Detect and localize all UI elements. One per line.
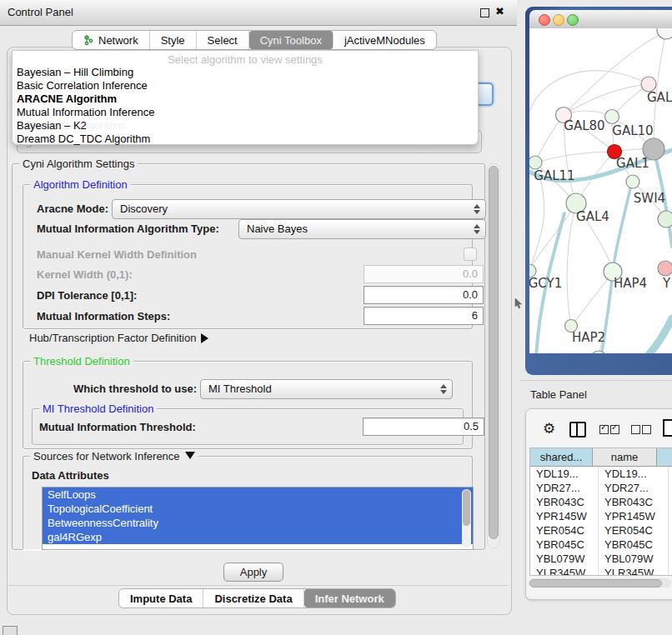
- control-panel-title: Control Panel: [8, 6, 73, 18]
- tab-network[interactable]: Network: [73, 31, 150, 49]
- node-label: GAL10: [612, 123, 653, 138]
- sources-group-title[interactable]: Sources for Network Inference: [30, 450, 198, 464]
- dock-panel-icon[interactable]: [3, 626, 18, 635]
- data-attributes-label: Data Attributes: [32, 469, 109, 482]
- ghost-group-title: Inference Algorithm: [31, 119, 124, 132]
- data-attributes-list[interactable]: SelfLoops TopologicalCoefficient Between…: [42, 487, 474, 550]
- tab-network-label: Network: [98, 34, 138, 47]
- table-panel-title: Table Panel: [530, 388, 587, 401]
- table-row[interactable]: YBR045CYBR045C9.: [530, 538, 672, 552]
- node-y-partial[interactable]: [658, 261, 672, 276]
- gear-icon[interactable]: ⚙: [543, 420, 555, 438]
- mac-close-button[interactable]: [539, 14, 550, 26]
- table-row[interactable]: YDL19...YDL19...13: [530, 467, 672, 481]
- threshold-definition-title: Threshold Definition: [30, 355, 133, 368]
- algorithm-definition-title: Algorithm Definition: [30, 178, 131, 191]
- node-label: GAL4: [576, 209, 609, 224]
- table-row[interactable]: YPR145WYPR145W9.: [530, 509, 672, 523]
- mi-threshold-field[interactable]: 0.5: [363, 418, 484, 436]
- mi-type-combo[interactable]: Naive Bayes: [238, 219, 486, 239]
- dpi-tolerance-field[interactable]: 0.0: [364, 286, 484, 304]
- table-row[interactable]: YBR043CYBR043C: [530, 495, 672, 509]
- list-scrollbar[interactable]: [462, 489, 471, 548]
- mi-threshold-label: Mutual Information Threshold:: [39, 421, 196, 433]
- unselect-all-columns-icon[interactable]: [631, 424, 653, 437]
- table-row[interactable]: YBL079WYBL079W: [530, 552, 672, 566]
- network-window-titlebar: [529, 10, 672, 29]
- network-canvas[interactable]: GAL GAL80 GAL10 GAL1 GAL11 SWI4 GAL4 GCY…: [529, 28, 672, 353]
- collapsed-arrow-icon: [201, 333, 213, 343]
- tab-cyni-toolbox[interactable]: Cyni Toolbox: [249, 31, 333, 49]
- node-label: GAL80: [564, 118, 604, 133]
- kernel-width-label: Kernel Width (0,1):: [37, 268, 133, 281]
- table-row[interactable]: YER054CYER054C8.: [530, 523, 672, 538]
- mac-zoom-button[interactable]: [567, 14, 579, 26]
- node-label: GAL1: [616, 156, 649, 171]
- node-gal10[interactable]: [605, 110, 619, 124]
- which-threshold-combo[interactable]: MI Threshold: [200, 379, 453, 399]
- network-view-window: GAL GAL80 GAL10 GAL1 GAL11 SWI4 GAL4 GCY…: [525, 7, 672, 375]
- settings-group-title: Cyni Algorithm Settings: [19, 158, 138, 170]
- hub-definition-toggle[interactable]: Hub/Transcription Factor Definition: [29, 332, 213, 344]
- tab-jactivemnodules[interactable]: jActiveMNodules: [333, 31, 436, 49]
- float-window-icon[interactable]: [480, 8, 489, 18]
- tab-infer-network[interactable]: Infer Network: [304, 589, 395, 608]
- divider: [520, 380, 672, 381]
- column-header-shared-name[interactable]: shared...: [530, 448, 593, 466]
- list-item[interactable]: SelfLoops: [43, 488, 473, 502]
- node[interactable]: [591, 351, 606, 353]
- export-table-icon[interactable]: [663, 419, 672, 437]
- node[interactable]: [658, 211, 672, 228]
- dropdown-item-mutual-info[interactable]: Mutual Information Inference: [17, 106, 154, 118]
- manual-kernel-label: Manual Kernel Width Definition: [37, 248, 197, 261]
- list-item[interactable]: gal4RGexp: [43, 530, 473, 544]
- columns-icon[interactable]: [569, 422, 586, 438]
- tab-impute-data[interactable]: Impute Data: [119, 589, 203, 608]
- node-label: HAP2: [572, 330, 605, 345]
- select-all-columns-icon[interactable]: [599, 424, 621, 437]
- dpi-tolerance-label: DPI Tolerance [0,1]:: [37, 289, 137, 302]
- mi-threshold-group: MI Threshold Definition Mutual Informati…: [32, 408, 464, 445]
- table-row[interactable]: YDR27...YDR27...12: [530, 481, 672, 495]
- close-icon[interactable]: ✖: [495, 5, 504, 18]
- list-item[interactable]: BetweennessCentrality: [43, 516, 473, 530]
- divider: [8, 585, 509, 586]
- dropdown-item-bayes-hill[interactable]: Bayesian – Hill Climbing: [17, 66, 133, 78]
- node-swi4[interactable]: [626, 175, 639, 188]
- list-item[interactable]: TopologicalCoefficient: [43, 502, 473, 516]
- tab-discretize-data[interactable]: Discretize Data: [203, 589, 303, 608]
- node-label: SWI4: [634, 191, 665, 206]
- table-row[interactable]: YLR345WYLR345W9.: [530, 566, 672, 576]
- dropdown-item-aracne[interactable]: ARACNE Algorithm: [17, 92, 117, 105]
- kernel-width-field[interactable]: 0.0: [364, 265, 484, 283]
- cyni-bottom-tabs: Impute Data Discretize Data Infer Networ…: [118, 588, 396, 608]
- control-panel-tabs: Network Style Select Cyni Toolbox jActiv…: [72, 30, 437, 50]
- table-panel-window: ⚙ shared... name A YDL19...YDL19...13 YD…: [525, 408, 672, 600]
- aracne-mode-combo[interactable]: Discovery: [112, 199, 486, 219]
- node-label: Y: [662, 276, 671, 291]
- threshold-definition-group: Threshold Definition Which threshold to …: [23, 361, 473, 449]
- expanded-arrow-icon: [185, 452, 195, 464]
- node-table[interactable]: shared... name A YDL19...YDL19...13 YDR2…: [529, 448, 672, 576]
- dropdown-item-basic-correlation[interactable]: Basic Correlation Inference: [17, 79, 148, 92]
- network-graph: GAL GAL80 GAL10 GAL1 GAL11 SWI4 GAL4 GCY…: [529, 28, 672, 353]
- settings-scrollbar[interactable]: [487, 163, 500, 548]
- tab-style[interactable]: Style: [150, 31, 197, 49]
- stepper-arrows-icon: [439, 380, 448, 398]
- mi-steps-field[interactable]: 6: [364, 307, 484, 325]
- table-horizontal-scrollbar[interactable]: [529, 578, 671, 588]
- tab-select[interactable]: Select: [197, 31, 249, 49]
- dropdown-placeholder: Select algorithm to view settings: [13, 53, 478, 66]
- node-labels: GAL GAL80 GAL10 GAL1 GAL11 SWI4 GAL4 GCY…: [529, 90, 672, 345]
- algorithm-dropdown-popup: Select algorithm to view settings Bayesi…: [12, 50, 479, 145]
- cyni-algorithm-settings-group: Cyni Algorithm Settings Algorithm Defini…: [12, 163, 485, 550]
- manual-kernel-checkbox[interactable]: [464, 248, 477, 261]
- node-gal11[interactable]: [529, 156, 542, 169]
- column-header-name[interactable]: name: [593, 448, 657, 466]
- node-label: GCY1: [529, 276, 562, 291]
- apply-button[interactable]: Apply: [223, 562, 283, 582]
- mac-minimize-button[interactable]: [553, 14, 564, 26]
- dropdown-item-dream8[interactable]: Dream8 DC_TDC Algorithm: [17, 132, 150, 145]
- column-header-partial[interactable]: A: [657, 448, 672, 466]
- node[interactable]: [657, 28, 672, 39]
